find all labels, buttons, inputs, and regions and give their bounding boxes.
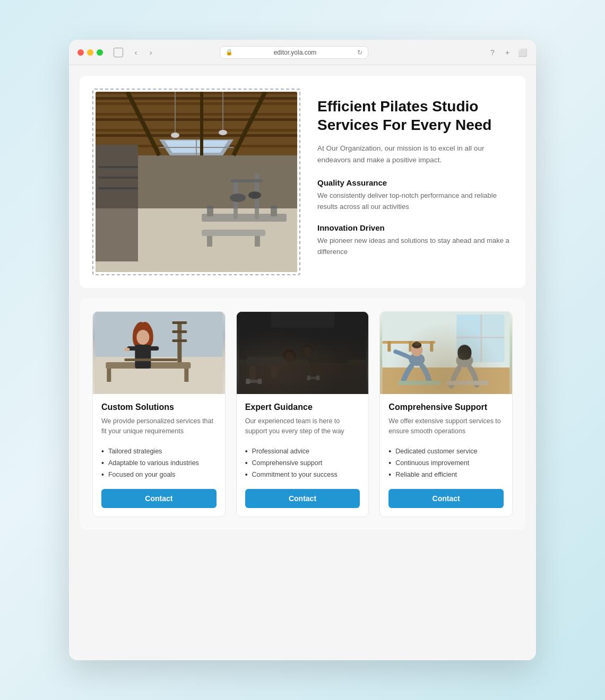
- list-item: Commitment to your success: [245, 469, 360, 480]
- svg-rect-8: [96, 118, 297, 121]
- svg-rect-59: [239, 360, 366, 394]
- svg-point-74: [301, 344, 313, 356]
- browser-content: Efficient Pilates Studio Services For Ev…: [69, 65, 536, 660]
- hero-image-dashed-border: [92, 89, 300, 275]
- card-image-3-svg: [380, 312, 512, 394]
- svg-rect-11: [96, 134, 297, 137]
- card-list-3: Dedicated customer service Continuous im…: [388, 445, 504, 480]
- contact-button-3[interactable]: Contact: [388, 489, 504, 508]
- hero-image: [96, 92, 297, 272]
- svg-rect-43: [95, 312, 222, 357]
- extensions-button[interactable]: ⬜: [517, 47, 528, 58]
- forward-button[interactable]: ›: [144, 46, 157, 59]
- close-button[interactable]: [77, 49, 84, 56]
- svg-point-93: [459, 345, 471, 357]
- svg-point-28: [230, 194, 246, 202]
- svg-rect-71: [308, 377, 318, 379]
- list-item: Professional advice: [245, 445, 360, 457]
- svg-rect-44: [177, 322, 182, 365]
- tabs-icon[interactable]: [114, 48, 123, 57]
- card-desc-2: Our experienced team is here to support …: [245, 416, 360, 437]
- add-tab-button[interactable]: +: [502, 47, 513, 58]
- svg-rect-5: [96, 102, 297, 105]
- svg-point-92: [456, 354, 473, 368]
- cards-section: Custom Solutions We provide personalized…: [80, 299, 525, 530]
- svg-point-39: [219, 130, 227, 135]
- card-desc-1: We provide personalized services that fi…: [101, 416, 217, 437]
- card-expert-guidance: Expert Guidance Our experienced team is …: [236, 311, 369, 517]
- browser-chrome: ‹ › 🔒 editor.yola.com ↻ ? + ⬜: [69, 40, 536, 65]
- svg-rect-66: [271, 366, 277, 377]
- svg-rect-81: [457, 314, 481, 362]
- list-item: Adaptable to various industries: [101, 457, 217, 469]
- card-image-2-svg: [237, 312, 369, 394]
- card-title-1: Custom Solutions: [101, 402, 217, 412]
- feature-innovation-title: Innovation Driven: [317, 223, 513, 232]
- svg-rect-61: [247, 357, 289, 366]
- svg-rect-40: [96, 208, 297, 272]
- card-custom-solutions: Custom Solutions We provide personalized…: [92, 311, 226, 517]
- svg-rect-95: [446, 381, 489, 385]
- maximize-button[interactable]: [97, 49, 103, 56]
- svg-rect-34: [98, 177, 138, 179]
- svg-point-52: [136, 330, 149, 345]
- svg-rect-47: [172, 339, 187, 342]
- address-bar[interactable]: 🔒 editor.yola.com ↻: [220, 46, 368, 59]
- hero-image-wrapper: [92, 89, 300, 275]
- contact-button-1[interactable]: Contact: [101, 489, 217, 508]
- svg-rect-64: [246, 379, 250, 384]
- help-button[interactable]: ?: [487, 47, 498, 58]
- card-image-2: [237, 312, 369, 394]
- svg-rect-78: [383, 365, 510, 394]
- svg-rect-84: [383, 341, 436, 344]
- list-item: Comprehensive support: [245, 457, 360, 469]
- minimize-button[interactable]: [87, 49, 93, 56]
- contact-button-2[interactable]: Contact: [245, 489, 360, 508]
- svg-rect-9: [96, 124, 297, 126]
- svg-rect-27: [231, 179, 263, 182]
- svg-rect-69: [308, 352, 348, 363]
- list-item: Tailored strategies: [101, 445, 217, 457]
- svg-rect-63: [247, 380, 258, 383]
- svg-rect-35: [98, 187, 138, 189]
- feature-quality-desc: We consistently deliver top-notch perfor…: [317, 190, 513, 213]
- svg-rect-55: [149, 346, 159, 351]
- card-body-3: Comprehensive Support We offer extensive…: [380, 394, 512, 517]
- card-list-1: Tailored strategies Adaptable to various…: [101, 445, 217, 480]
- svg-point-89: [411, 344, 423, 356]
- svg-point-29: [248, 191, 261, 199]
- svg-rect-58: [239, 312, 366, 394]
- svg-rect-76: [271, 312, 334, 328]
- svg-rect-77: [383, 312, 510, 394]
- hero-section: Efficient Pilates Studio Services For Ev…: [80, 76, 525, 288]
- svg-point-88: [409, 353, 425, 366]
- feature-quality-title: Quality Assurance: [317, 178, 513, 187]
- card-image-1: [93, 312, 225, 394]
- card-title-2: Expert Guidance: [245, 402, 360, 412]
- list-item: Focused on your goals: [101, 469, 217, 480]
- svg-rect-46: [172, 330, 187, 333]
- refresh-icon[interactable]: ↻: [357, 49, 362, 56]
- svg-point-91: [414, 342, 420, 346]
- svg-rect-45: [172, 321, 187, 324]
- svg-point-75: [302, 347, 311, 355]
- browser-window: ‹ › 🔒 editor.yola.com ↻ ? + ⬜: [69, 40, 536, 660]
- svg-rect-83: [481, 314, 482, 362]
- svg-rect-70: [310, 363, 316, 378]
- list-item: Reliable and efficient: [388, 469, 504, 480]
- nav-buttons: ‹ ›: [129, 46, 157, 59]
- list-item: Dedicated customer service: [388, 445, 504, 457]
- feature-innovation: Innovation Driven We pioneer new ideas a…: [317, 223, 513, 258]
- svg-rect-65: [257, 379, 262, 384]
- card-image-3: [380, 312, 512, 394]
- back-button[interactable]: ‹: [129, 46, 142, 59]
- svg-rect-80: [457, 314, 505, 362]
- svg-rect-7: [96, 113, 297, 116]
- svg-rect-87: [430, 341, 434, 352]
- svg-rect-60: [239, 365, 366, 394]
- list-item: Continuous improvement: [388, 457, 504, 469]
- svg-rect-10: [96, 129, 297, 132]
- url-text: editor.yola.com: [236, 49, 354, 56]
- card-title-3: Comprehensive Support: [388, 402, 504, 412]
- svg-rect-82: [457, 337, 505, 338]
